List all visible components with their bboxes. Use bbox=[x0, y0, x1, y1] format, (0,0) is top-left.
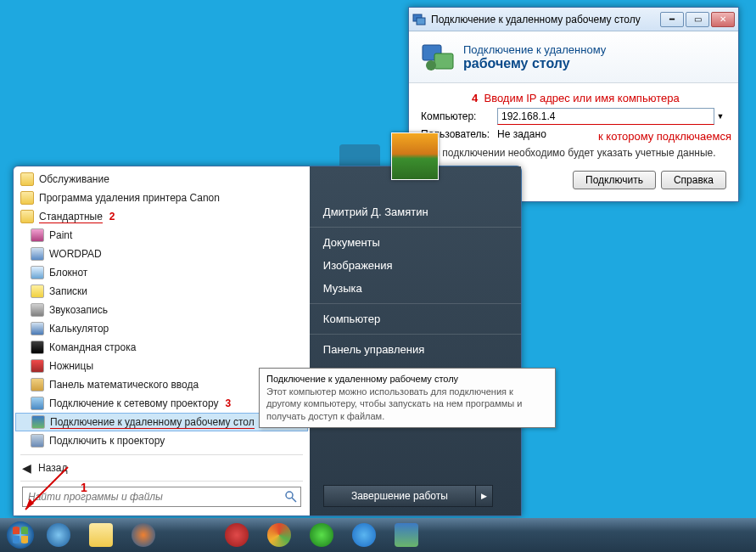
user-value: Не задано bbox=[497, 128, 546, 140]
taskbar-rdp[interactable] bbox=[386, 520, 427, 550]
proj-icon bbox=[31, 434, 44, 448]
netproj-icon bbox=[31, 397, 44, 410]
calc-icon bbox=[31, 322, 44, 335]
shutdown-label[interactable]: Завершение работы bbox=[323, 485, 476, 507]
program-item[interactable]: Программа удаления принтера Canon bbox=[15, 189, 308, 207]
start-menu-right: Дмитрий Д. ЗамятинДокументыИзображенияМу… bbox=[310, 166, 521, 515]
program-item[interactable]: WORDPAD bbox=[15, 245, 308, 263]
program-item[interactable]: Подключить к проектору bbox=[15, 431, 308, 450]
rdp-title: Подключение к удаленному рабочему столу bbox=[431, 14, 658, 25]
taskbar-explorer[interactable] bbox=[81, 520, 121, 550]
start-right-item[interactable]: Документы bbox=[310, 231, 521, 254]
program-item[interactable]: Обслуживание bbox=[15, 170, 308, 189]
program-item[interactable]: Калькулятор bbox=[15, 319, 308, 338]
svg-point-9 bbox=[7, 521, 34, 549]
program-label: Ножницы bbox=[49, 360, 93, 372]
program-item[interactable]: Командная строка bbox=[15, 338, 308, 357]
connect-button[interactable]: Подключить bbox=[573, 171, 656, 189]
start-button[interactable] bbox=[3, 518, 37, 552]
taskbar-wmp[interactable] bbox=[123, 520, 164, 550]
anno-3: 3 bbox=[225, 397, 231, 409]
sound-icon bbox=[31, 303, 44, 317]
taskbar bbox=[0, 518, 756, 552]
rdp-header-line1: Подключение к удаленному bbox=[463, 43, 606, 56]
program-label: Панель математического ввода bbox=[49, 379, 199, 391]
program-label: Стандартные bbox=[39, 211, 103, 223]
dropdown-icon[interactable]: ▼ bbox=[714, 112, 726, 121]
rdp-titlebar[interactable]: Подключение к удаленному рабочему столу … bbox=[409, 8, 738, 31]
wmp-icon bbox=[132, 523, 155, 547]
close-button[interactable]: ✕ bbox=[711, 12, 735, 27]
anno-ip-text: Вводим IP адрес или имя компьютера bbox=[484, 92, 679, 104]
help-button[interactable]: Справка bbox=[661, 171, 726, 189]
svg-point-5 bbox=[286, 492, 293, 498]
program-label: Подключить к проектору bbox=[49, 435, 165, 447]
folder-icon bbox=[20, 172, 34, 186]
anno-connect-text: к которому подключаемся bbox=[598, 130, 731, 143]
notes-icon bbox=[31, 284, 44, 298]
program-label: Подключение к удаленному рабочему стол bbox=[50, 416, 255, 429]
start-menu: ОбслуживаниеПрограмма удаления принтера … bbox=[13, 166, 522, 516]
folder-icon bbox=[89, 523, 113, 547]
rdp-taskbar-icon bbox=[395, 523, 418, 547]
maximize-button[interactable]: ▭ bbox=[686, 12, 709, 27]
shutdown-button[interactable]: Завершение работы ▶ bbox=[323, 485, 493, 507]
opera-icon bbox=[225, 523, 249, 547]
program-item[interactable]: Стандартные 2 bbox=[15, 207, 308, 226]
computer-label: Компьютер: bbox=[421, 110, 497, 122]
folder-icon bbox=[20, 191, 34, 205]
rdp-icon bbox=[412, 13, 426, 26]
program-label: Звукозапись bbox=[49, 304, 108, 316]
back-button[interactable]: ◀ Назад bbox=[15, 457, 308, 479]
anno-2: 2 bbox=[109, 211, 115, 222]
program-label: WORDPAD bbox=[49, 248, 102, 260]
taskbar-chrome[interactable] bbox=[259, 520, 300, 550]
computer-input[interactable] bbox=[497, 108, 714, 125]
rdp-icon bbox=[31, 415, 45, 429]
tooltip-body: Этот компьютер можно использовать для по… bbox=[266, 386, 548, 422]
taskbar-opera[interactable] bbox=[216, 520, 257, 550]
taskbar-ie[interactable] bbox=[38, 520, 79, 550]
user-avatar[interactable] bbox=[391, 132, 439, 180]
start-right-item[interactable]: Панель управления bbox=[310, 338, 521, 361]
chrome-icon bbox=[267, 523, 291, 547]
svg-point-4 bbox=[426, 60, 436, 70]
program-item[interactable]: Записки bbox=[15, 282, 308, 301]
rdp-note: При подключении необходимо будет указать… bbox=[421, 147, 726, 159]
skype-icon bbox=[352, 523, 376, 547]
svg-rect-3 bbox=[434, 54, 453, 69]
paint-icon bbox=[31, 228, 44, 242]
wordpad-icon bbox=[31, 247, 44, 261]
start-right-item[interactable]: Изображения bbox=[310, 254, 521, 277]
start-right-item[interactable]: Дмитрий Д. Замятин bbox=[310, 200, 521, 223]
shutdown-options-icon[interactable]: ▶ bbox=[476, 485, 493, 507]
program-label: Обслуживание bbox=[39, 173, 109, 185]
folder-icon bbox=[20, 210, 34, 223]
program-item[interactable]: Paint bbox=[15, 226, 308, 245]
mail-icon bbox=[310, 523, 333, 547]
program-label: Командная строка bbox=[49, 341, 136, 353]
rdp-header-icon bbox=[421, 40, 455, 74]
program-item[interactable]: Приступая к работе bbox=[15, 450, 308, 453]
minimize-button[interactable]: ━ bbox=[660, 12, 684, 27]
start-right-item[interactable]: Компьютер bbox=[310, 307, 521, 330]
program-label: Калькулятор bbox=[49, 323, 109, 335]
svg-rect-1 bbox=[417, 18, 425, 25]
taskbar-skype[interactable] bbox=[344, 520, 384, 550]
tooltip: Подключение к удаленному рабочему столу … bbox=[259, 368, 556, 428]
taskbar-mail[interactable] bbox=[301, 520, 342, 550]
search-icon bbox=[284, 490, 298, 504]
snip-icon bbox=[31, 359, 44, 373]
rdp-header: Подключение к удаленному рабочему столу bbox=[409, 31, 738, 83]
start-right-item[interactable]: Музыка bbox=[310, 277, 521, 300]
math-icon bbox=[31, 378, 44, 391]
program-label: Подключение к сетевому проектору bbox=[49, 397, 218, 409]
anno-4: 4 bbox=[472, 92, 478, 104]
program-item[interactable]: Блокнот bbox=[15, 263, 308, 282]
program-label: Paint bbox=[49, 229, 72, 241]
program-item[interactable]: Звукозапись bbox=[15, 301, 308, 319]
rdp-header-line2: рабочему столу bbox=[463, 56, 606, 71]
ie-icon bbox=[47, 523, 70, 547]
search-input[interactable] bbox=[22, 487, 301, 507]
back-arrow-icon: ◀ bbox=[22, 461, 31, 475]
